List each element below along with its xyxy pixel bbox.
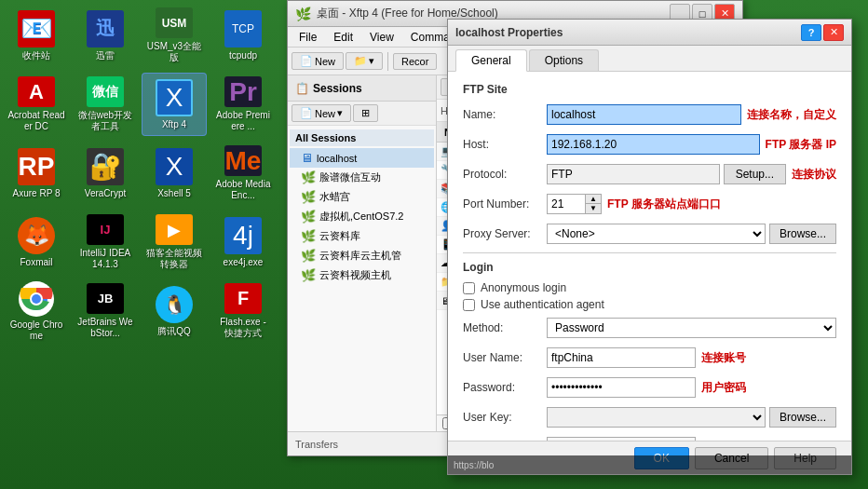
menu-file[interactable]: File [292, 29, 324, 46]
desktop-icon-adobe-me[interactable]: Me Adobe Media Enc... [210, 142, 276, 205]
rp-label: Axure RP 8 [13, 188, 61, 199]
desktop-icon-xunlei[interactable]: 迅 迅雷 [73, 4, 138, 67]
anonymous-login-row: Anonymous login [463, 281, 836, 294]
desktop-icon-usm[interactable]: USM USM_v3全能版 [142, 4, 207, 67]
session-item-localhost[interactable]: 🖥 localhost [290, 148, 434, 168]
desktop-icon-rp[interactable]: RP Axure RP 8 [4, 142, 69, 205]
sessions-icon: 📋 [295, 82, 309, 95]
session-icon-6: 🌿 [301, 249, 316, 263]
desktop-icon-xftp[interactable]: X Xftp 4 [142, 73, 207, 136]
dialog-titlebar[interactable]: localhost Properties ? ✕ [448, 20, 851, 46]
qq-label: 腾讯QQ [157, 326, 191, 337]
name-row: Name: 连接名称，自定义 [463, 103, 836, 126]
method-select[interactable]: Password [547, 318, 836, 338]
password-input[interactable] [547, 377, 696, 398]
desktop-icon-xshell[interactable]: X Xshell 5 [142, 142, 207, 205]
sessions-tree: All Sessions 🖥 localhost 🌿 脸谱微信互动 🌿 水蜡宫 [288, 126, 436, 431]
desktop-icon-foxmail[interactable]: 🦊 Foxmail [4, 211, 69, 274]
desktop-icon-email[interactable]: 📧 收件站 [4, 4, 69, 67]
anonymous-checkbox[interactable] [463, 282, 475, 294]
desktop-icon-premiere[interactable]: Pr Adobe Premiere ... [210, 73, 276, 136]
proxy-select[interactable]: <None> [547, 224, 766, 244]
protocol-label: Protocol: [463, 168, 547, 181]
acrobat-icon: A [18, 76, 55, 107]
url-text: https://blo [454, 460, 494, 470]
session-item-palace[interactable]: 🌿 水蜡宫 [290, 187, 434, 207]
all-sessions-folder[interactable]: All Sessions [290, 129, 434, 146]
record-toolbar-button[interactable]: Recor [393, 53, 437, 70]
xshell-icon: X [156, 148, 193, 185]
qq-icon: 🐧 [156, 286, 193, 323]
port-up-button[interactable]: ▲ [586, 195, 601, 204]
port-spinners: ▲ ▼ [585, 195, 601, 213]
menu-edit[interactable]: Edit [326, 29, 360, 46]
host-field-input[interactable] [547, 134, 760, 155]
sessions-new-button[interactable]: 📄 New ▾ [292, 104, 351, 122]
password-row: Password: 用户密码 [463, 376, 836, 399]
auth-agent-checkbox[interactable] [463, 299, 475, 311]
session-item-video[interactable]: 🌿 云资料视频主机 [290, 265, 434, 285]
username-input[interactable] [547, 347, 696, 368]
userkey-select[interactable] [547, 407, 766, 428]
section-divider [463, 252, 836, 253]
desktop: 📧 收件站 迅 迅雷 USM USM_v3全能版 TCP tcpudp A Ac… [0, 0, 868, 489]
folder-toolbar-button[interactable]: 📁 ▾ [346, 52, 383, 70]
proxy-label: Proxy Server: [463, 227, 547, 240]
port-annotation: FTP 服务器站点端口口 [607, 197, 721, 212]
desktop-icon-flash[interactable]: F Flash.exe - 快捷方式 [210, 279, 276, 343]
method-select-wrapper: Password [547, 318, 836, 338]
desktop-icon-wechat[interactable]: 微信 微信web开发者工具 [73, 73, 138, 136]
desktop-icon-veracrypt[interactable]: 🔐 VeraCrypt [73, 142, 138, 205]
acrobat-label: Acrobat Reader DC [7, 110, 65, 132]
userkey-browse-button[interactable]: Browse... [769, 407, 836, 428]
port-row: Port Number: ▲ ▼ FTP 服务器站点端口口 [463, 193, 836, 215]
new-toolbar-button[interactable]: 📄 New [292, 52, 344, 70]
port-number-input[interactable] [548, 195, 585, 213]
premiere-icon: Pr [224, 76, 262, 107]
foxmail-icon: 🦊 [18, 217, 55, 254]
desktop-icon-chrome[interactable]: Google Chrome [4, 279, 69, 343]
port-label: Port Number: [463, 197, 547, 211]
sessions-tool-button[interactable]: ⊞ [353, 104, 378, 122]
setup-button[interactable]: Setup... [724, 164, 786, 184]
desktop-icon-tcpudp[interactable]: TCP tcpudp [210, 4, 276, 67]
menu-view[interactable]: View [362, 29, 401, 46]
flash-icon: F [224, 283, 262, 314]
jetbrains-label: JetBrains WebStor... [76, 317, 134, 339]
session-item-cloud-host[interactable]: 🌿 云资料库云主机管 [290, 246, 434, 265]
port-down-button[interactable]: ▼ [586, 204, 601, 213]
folder-icon: 📁 [354, 55, 367, 67]
proxy-browse-button[interactable]: Browse... [769, 224, 836, 244]
chrome-label: Google Chrome [7, 319, 65, 342]
dialog-title-text: localhost Properties [455, 26, 563, 39]
protocol-row: Protocol: FTP Setup... 连接协议 [463, 163, 836, 185]
desktop-icon-exe4j[interactable]: 4j exe4j.exe [210, 211, 276, 274]
desktop-icon-idea[interactable]: IJ IntelliJ IDEA 14.1.3 [73, 211, 138, 274]
username-annotation: 连接账号 [701, 350, 746, 366]
desktop-icon-jetbrains[interactable]: JB JetBrains WebStor... [73, 279, 138, 343]
dialog-content: FTP Site Name: 连接名称，自定义 Host: FTP 服务器 IP… [448, 72, 851, 441]
dialog-close-button[interactable]: ✕ [823, 24, 844, 41]
name-input[interactable] [547, 104, 741, 125]
session-item-wechat[interactable]: 🌿 脸谱微信互动 [290, 168, 434, 187]
desktop-icon-acrobat[interactable]: A Acrobat Reader DC [4, 73, 69, 136]
desktop-icon-video[interactable]: ▶ 猫客全能视频转换器 [142, 211, 207, 274]
session-item-cloud[interactable]: 🌿 云资料库 [290, 226, 434, 246]
dialog-controls: ? ✕ [801, 24, 844, 41]
method-label: Method: [463, 321, 547, 334]
usm-icon: USM [156, 7, 193, 38]
sessions-new-arrow: ▾ [337, 107, 343, 119]
dialog-help-button[interactable]: ? [801, 24, 821, 41]
desktop-icon-qq[interactable]: 🐧 腾讯QQ [142, 279, 207, 343]
userkey-label: User Key: [463, 411, 547, 424]
tab-general[interactable]: General [455, 49, 527, 72]
username-label: User Name: [463, 351, 547, 364]
name-field-label: Name: [463, 108, 547, 121]
tcpudp-label: tcpudp [229, 50, 257, 61]
session-item-vm[interactable]: 🌿 虚拟机,CentOS7.2 [290, 207, 434, 226]
toolbar-separator [387, 52, 388, 71]
xunlei-icon: 迅 [87, 10, 124, 48]
tab-options[interactable]: Options [529, 49, 599, 71]
session-icon-7: 🌿 [301, 268, 316, 282]
proxy-select-wrapper: <None> [547, 224, 766, 244]
